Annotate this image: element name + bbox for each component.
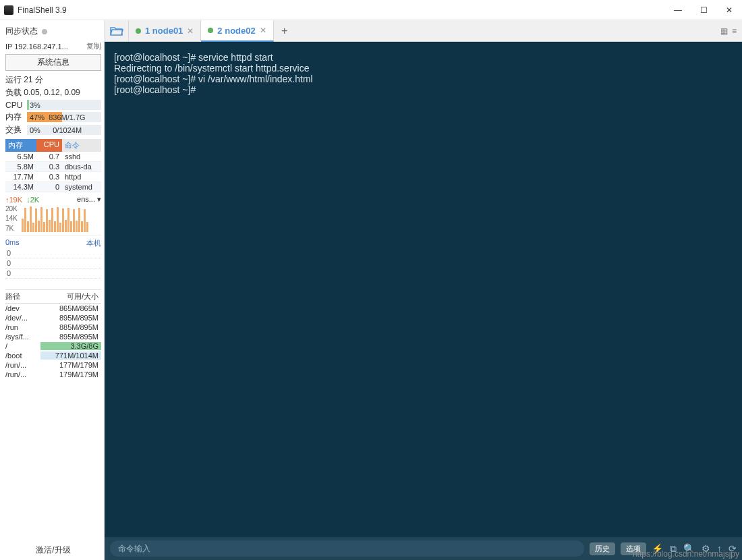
ping-target-dropdown[interactable]: 本机 <box>86 238 101 248</box>
upload-icon[interactable]: ↑ <box>717 543 722 554</box>
options-button[interactable]: 选项 <box>621 542 646 555</box>
refresh-icon[interactable]: ⟳ <box>729 543 737 554</box>
terminal[interactable]: [root@localhost ~]# service httpd start … <box>105 42 742 537</box>
cpu-label: CPU <box>5 101 24 110</box>
memory-label: 内存 <box>5 111 24 123</box>
load-text: 负载 0.05, 0.12, 0.09 <box>5 86 101 99</box>
net-up: ↑19K <box>5 196 22 204</box>
copy-ip-link[interactable]: 复制 <box>86 41 101 51</box>
add-tab-button[interactable]: + <box>274 20 295 41</box>
disk-row[interactable]: /run/...179M/179M <box>5 370 101 379</box>
disk-row[interactable]: /sys/f...895M/895M <box>5 332 101 341</box>
terminal-content: [root@localhost ~]# service httpd start … <box>114 52 313 95</box>
titlebar: FinalShell 3.9 — ☐ ✕ <box>0 0 742 20</box>
tab-label: 2 node02 <box>217 26 255 36</box>
process-header-cmd: 命令 <box>62 139 101 152</box>
minimize-button[interactable]: — <box>673 5 683 15</box>
copy-icon[interactable]: ⧉ <box>670 543 677 555</box>
search-icon[interactable]: 🔍 <box>683 543 695 554</box>
open-folder-button[interactable] <box>105 20 129 41</box>
net-interface-dropdown[interactable]: ens... ▾ <box>77 195 101 204</box>
sync-dot-icon <box>42 29 47 34</box>
disk-row[interactable]: /run885M/895M <box>5 323 101 332</box>
tabbar: 1 node01 ✕ 2 node02 ✕ + ▦ ≡ <box>105 20 742 42</box>
ip-row: IP 192.168.247.1... 复制 <box>5 40 101 53</box>
net-down: ↓2K <box>26 196 39 204</box>
window-title: FinalShell 3.9 <box>18 5 673 15</box>
gear-icon[interactable]: ⚙ <box>702 543 710 554</box>
app-logo-icon <box>4 5 13 15</box>
bottom-bar: 命令输入 历史 选项 ⚡ ⧉ 🔍 ⚙ ↑ ⟳ <box>105 537 742 560</box>
disk-row[interactable]: /run/...177M/179M <box>5 360 101 370</box>
ip-text: IP 192.168.247.1... <box>5 43 68 51</box>
ping-row: 0ms 本机 <box>5 235 101 248</box>
tab-node01[interactable]: 1 node01 ✕ <box>129 20 201 41</box>
grid-view-icon[interactable]: ▦ <box>720 26 728 36</box>
swap-metric: 交换 0% 0/1024M <box>5 123 101 136</box>
main-area: 1 node01 ✕ 2 node02 ✕ + ▦ ≡ [root@localh… <box>105 20 742 560</box>
tab-label: 1 node01 <box>145 26 183 36</box>
network-row: ↑19K ↓2K ens... ▾ <box>5 192 101 204</box>
command-input[interactable]: 命令输入 <box>110 540 584 557</box>
process-row[interactable]: 17.7M0.3httpd <box>5 172 101 182</box>
command-placeholder: 命令输入 <box>118 543 150 555</box>
process-row[interactable]: 5.8M0.3dbus-da <box>5 162 101 172</box>
status-dot-icon <box>136 28 141 34</box>
disk-row[interactable]: /dev/...895M/895M <box>5 313 101 323</box>
process-row[interactable]: 14.3M0systemd <box>5 182 101 192</box>
close-tab-icon[interactable]: ✕ <box>187 26 194 36</box>
process-header-cpu: CPU <box>36 139 62 152</box>
window-controls: — ☐ ✕ <box>673 5 738 15</box>
memory-metric: 内存 47% 836M/1.7G <box>5 111 101 123</box>
sidebar: 同步状态 IP 192.168.247.1... 复制 系统信息 运行 21 分… <box>0 20 105 560</box>
disk-row[interactable]: /boot771M/1014M <box>5 351 101 360</box>
disk-row[interactable]: /3.3G/8G <box>5 341 101 351</box>
swap-label: 交换 <box>5 124 24 136</box>
network-sparkline: 20K14K7K <box>5 204 101 233</box>
bolt-icon[interactable]: ⚡ <box>652 543 663 554</box>
uptime-text: 运行 21 分 <box>5 74 101 86</box>
close-tab-icon[interactable]: ✕ <box>260 26 266 35</box>
history-button[interactable]: 历史 <box>590 542 615 555</box>
activate-link[interactable]: 激活/升级 <box>5 540 101 560</box>
folder-open-icon <box>110 26 123 36</box>
disk-header: 路径可用/大小 <box>5 289 101 304</box>
toolbar-icons: ⚡ ⧉ 🔍 ⚙ ↑ ⟳ <box>652 543 737 555</box>
ping-list: 0 0 0 <box>5 248 101 279</box>
close-button[interactable]: ✕ <box>724 5 734 15</box>
status-dot-icon <box>208 28 213 33</box>
system-info-button[interactable]: 系统信息 <box>5 54 101 71</box>
process-header[interactable]: 内存 CPU 命令 <box>5 139 101 152</box>
list-view-icon[interactable]: ≡ <box>732 26 737 36</box>
tab-node02[interactable]: 2 node02 ✕ <box>201 20 273 42</box>
ping-latency: 0ms <box>5 238 20 248</box>
view-buttons: ▦ ≡ <box>720 20 742 41</box>
process-row[interactable]: 6.5M0.7sshd <box>5 152 101 162</box>
sync-label: 同步状态 <box>5 26 38 37</box>
maximize-button[interactable]: ☐ <box>699 5 708 15</box>
disk-row[interactable]: /dev865M/865M <box>5 304 101 313</box>
sync-status: 同步状态 <box>5 23 101 40</box>
process-header-mem: 内存 <box>5 139 36 152</box>
cpu-metric: CPU 3% <box>5 99 101 111</box>
